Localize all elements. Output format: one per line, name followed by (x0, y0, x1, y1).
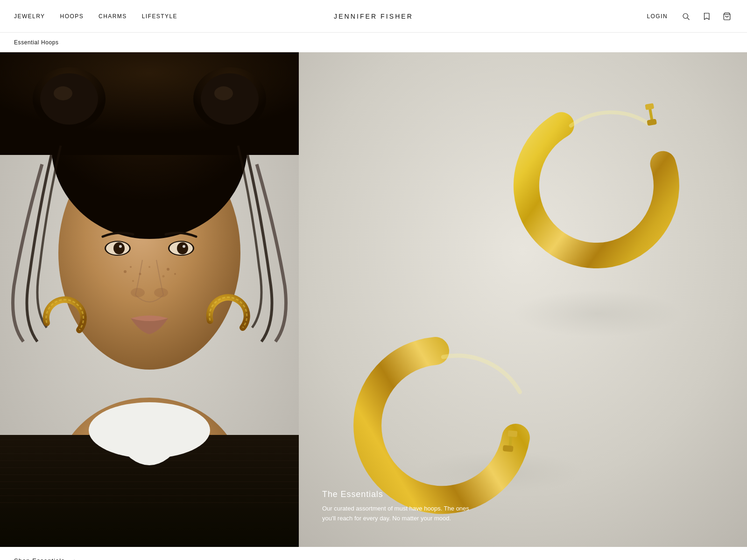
svg-point-42 (148, 266, 150, 268)
svg-point-43 (132, 280, 134, 282)
svg-point-36 (124, 270, 127, 273)
shop-essentials-link[interactable]: Shop Essentials → (14, 556, 78, 560)
svg-point-34 (131, 288, 145, 297)
shop-link-section: Shop Essentials → (0, 547, 747, 560)
hero-model-image (0, 52, 299, 547)
brand-logo[interactable]: JENNIFER FISHER (334, 13, 413, 20)
login-link[interactable]: LOGIN (647, 13, 668, 20)
search-button[interactable] (680, 10, 692, 22)
bookmark-icon (702, 12, 711, 21)
svg-point-21 (40, 73, 98, 125)
search-icon (682, 12, 690, 21)
svg-point-45 (514, 290, 682, 337)
arrow-icon: → (70, 556, 78, 560)
hero-section: The Essentials Our curated assortment of… (0, 52, 747, 547)
svg-point-33 (183, 245, 185, 248)
nav-charms[interactable]: CHARMS (99, 13, 127, 20)
bag-icon (723, 12, 731, 21)
product-svg (299, 52, 747, 547)
svg-point-37 (130, 266, 132, 268)
header-actions: LOGIN (647, 10, 733, 22)
svg-point-30 (113, 242, 125, 254)
svg-point-38 (139, 273, 141, 275)
breadcrumb: Essential Hoops (0, 33, 747, 52)
caption-description: Our curated assortment of must have hoop… (322, 504, 472, 524)
model-svg (0, 52, 299, 547)
cart-button[interactable] (721, 10, 733, 22)
wishlist-button[interactable] (700, 10, 712, 22)
svg-rect-52 (503, 445, 514, 452)
svg-point-40 (174, 273, 176, 275)
nav-jewelry[interactable]: JEWELRY (14, 13, 45, 20)
svg-point-31 (177, 242, 188, 254)
nav-lifestyle[interactable]: LIFESTYLE (142, 13, 177, 20)
breadcrumb-text: Essential Hoops (14, 39, 59, 46)
svg-line-1 (687, 18, 689, 20)
svg-rect-51 (507, 430, 517, 437)
svg-point-35 (154, 288, 168, 297)
svg-point-24 (201, 73, 259, 125)
main-nav: JEWELRY HOOPS CHARMS LIFESTYLE (14, 13, 177, 20)
svg-point-25 (214, 86, 233, 100)
hero-caption: The Essentials Our curated assortment of… (322, 490, 472, 524)
svg-point-41 (162, 275, 165, 278)
nav-hoops[interactable]: HOOPS (60, 13, 84, 20)
svg-point-32 (119, 245, 122, 248)
model-photo (0, 52, 299, 547)
svg-point-39 (167, 268, 169, 271)
svg-point-0 (683, 14, 688, 19)
caption-title: The Essentials (322, 490, 472, 499)
site-header: JEWELRY HOOPS CHARMS LIFESTYLE JENNIFER … (0, 0, 747, 33)
hero-product-image: The Essentials Our curated assortment of… (299, 52, 747, 547)
shop-link-label: Shop Essentials (14, 557, 65, 560)
svg-point-22 (54, 86, 72, 100)
